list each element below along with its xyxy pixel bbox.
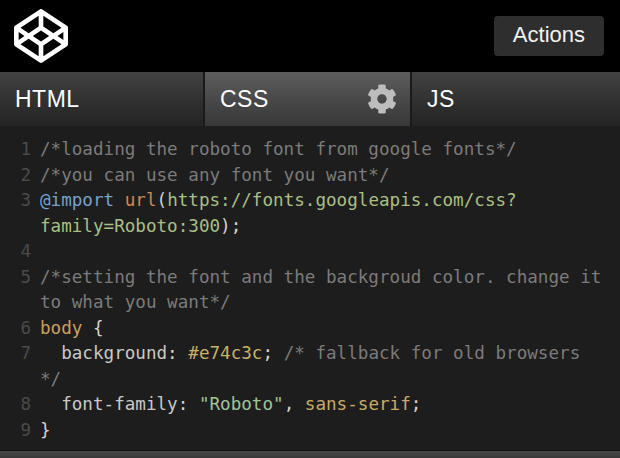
- code-text: /*setting the font and the backgroud col…: [40, 265, 620, 291]
- tab-label: JS: [412, 86, 455, 113]
- code-text: body {: [40, 316, 620, 342]
- gear-icon[interactable]: [367, 84, 397, 114]
- line-number: 2: [0, 163, 40, 189]
- code-line: 2/*you can use any font you want*/: [0, 163, 620, 189]
- line-number: 3: [0, 188, 40, 214]
- tab-js[interactable]: JS: [412, 72, 620, 126]
- code-text: @import url(https://fonts.googleapis.com…: [40, 188, 620, 214]
- code-line: 8 font-family: "Roboto", sans-serif;: [0, 392, 620, 418]
- codepen-embed: Actions HTMLCSSJS 1/*loading the roboto …: [0, 0, 620, 458]
- code-editor[interactable]: 1/*loading the roboto font from google f…: [0, 126, 620, 450]
- code-text: */: [40, 367, 620, 393]
- line-number: 4: [0, 239, 40, 265]
- code-line: 1/*loading the roboto font from google f…: [0, 137, 620, 163]
- tab-css[interactable]: CSS: [205, 72, 412, 126]
- line-number: 5: [0, 265, 40, 291]
- code-line: family=Roboto:300);: [0, 214, 620, 240]
- code-line: 4: [0, 239, 620, 265]
- tab-html[interactable]: HTML: [0, 72, 205, 126]
- code-text: family=Roboto:300);: [40, 214, 620, 240]
- code-text: /*you can use any font you want*/: [40, 163, 620, 189]
- code-line: 5/*setting the font and the backgroud co…: [0, 265, 620, 291]
- tab-bar: HTMLCSSJS: [0, 72, 620, 126]
- line-number: 1: [0, 137, 40, 163]
- code-line: 9}: [0, 418, 620, 444]
- code-line: 7 background: #e74c3c; /* fallback for o…: [0, 341, 620, 367]
- code-text: background: #e74c3c; /* fallback for old…: [40, 341, 620, 367]
- line-number: 6: [0, 316, 40, 342]
- actions-button[interactable]: Actions: [494, 16, 604, 56]
- code-line: 3@import url(https://fonts.googleapis.co…: [0, 188, 620, 214]
- code-text: }: [40, 418, 620, 444]
- code-text: font-family: "Roboto", sans-serif;: [40, 392, 620, 418]
- code-line: */: [0, 367, 620, 393]
- tab-label: HTML: [0, 86, 80, 113]
- header: Actions: [0, 0, 620, 72]
- line-number: 9: [0, 418, 40, 444]
- code-line: 6body {: [0, 316, 620, 342]
- line-number: 7: [0, 341, 40, 367]
- tab-label: CSS: [205, 86, 269, 113]
- codepen-logo-icon[interactable]: [14, 9, 68, 63]
- line-number: [0, 367, 40, 393]
- line-number: [0, 290, 40, 316]
- code-text: to what you want*/: [40, 290, 620, 316]
- panel-resize-handle[interactable]: [0, 450, 620, 458]
- code-line: to what you want*/: [0, 290, 620, 316]
- line-number: 8: [0, 392, 40, 418]
- code-text: [40, 239, 620, 265]
- code-rows: 1/*loading the roboto font from google f…: [0, 137, 620, 443]
- line-number: [0, 214, 40, 240]
- code-text: /*loading the roboto font from google fo…: [40, 137, 620, 163]
